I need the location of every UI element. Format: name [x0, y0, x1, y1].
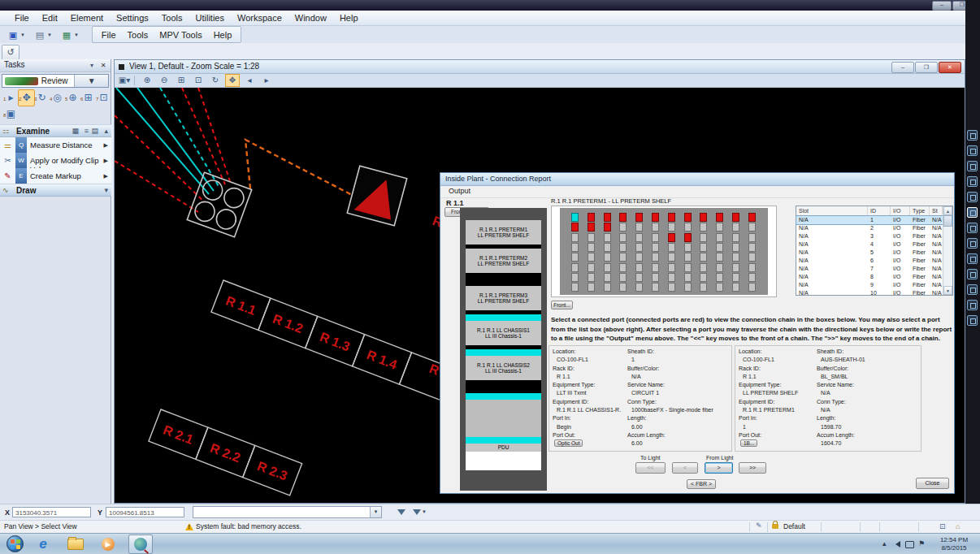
docked-tool-icon-7[interactable]	[967, 223, 978, 233]
empty-port[interactable]	[716, 233, 723, 242]
table-row[interactable]: N/A5I/OFiberN/A	[796, 249, 952, 257]
connected-port[interactable]	[668, 233, 675, 242]
chain-prev-button[interactable]: <	[672, 462, 698, 474]
table-row[interactable]: N/A2I/OFiberN/A	[796, 224, 952, 232]
empty-port[interactable]	[652, 253, 659, 262]
x-coordinate-field[interactable]: 3153040.3571	[12, 507, 91, 517]
empty-port[interactable]	[571, 233, 579, 242]
close-icon[interactable]: ✕	[99, 61, 107, 70]
empty-port[interactable]	[635, 263, 643, 272]
empty-port[interactable]	[732, 273, 739, 282]
empty-port[interactable]	[732, 263, 739, 272]
empty-port[interactable]	[684, 263, 692, 272]
docked-tool-icon-1[interactable]	[967, 130, 978, 141]
empty-port[interactable]	[748, 273, 756, 282]
empty-port[interactable]	[700, 283, 707, 292]
empty-port[interactable]	[716, 263, 723, 272]
connected-port[interactable]	[588, 223, 595, 232]
active-workmode-text[interactable]: Default	[783, 522, 805, 530]
key-in-field[interactable]: ▼	[193, 506, 382, 518]
empty-port[interactable]	[716, 243, 723, 252]
connected-port[interactable]	[588, 213, 595, 222]
task-item-create-markup[interactable]: ✎ECreate Markup▶	[0, 168, 111, 184]
empty-port[interactable]	[588, 263, 595, 272]
menu-window[interactable]: Window	[288, 12, 333, 24]
rotate-view-icon[interactable]: ↻3	[33, 89, 50, 106]
traced-route-line[interactable]	[245, 140, 355, 197]
view-close-button[interactable]: ✕	[939, 62, 961, 73]
rack-label[interactable]: R 2.1	[161, 422, 195, 447]
connected-port[interactable]	[684, 213, 692, 222]
action-center-flag-icon[interactable]: ⚑	[918, 539, 925, 548]
connected-port[interactable]	[604, 213, 611, 222]
table-row[interactable]: N/A7I/OFiberN/A	[796, 265, 952, 273]
view-attributes-icon[interactable]: ▣8	[2, 106, 20, 123]
column-header-type[interactable]: Type	[910, 206, 930, 215]
empty-port[interactable]	[700, 223, 707, 232]
pin-icon[interactable]: ▾	[90, 62, 96, 69]
empty-port[interactable]	[668, 273, 675, 282]
connected-port[interactable]	[732, 213, 739, 222]
docked-tool-icon-13[interactable]	[967, 315, 978, 326]
shelf-item[interactable]: R.1 R.1 LL CHASSIS1LL III Chassis-1	[466, 321, 541, 345]
menu2-file[interactable]: File	[96, 29, 122, 41]
window-area-icon[interactable]: ⊡7	[95, 89, 112, 106]
fiber-cable-line[interactable]	[116, 88, 209, 194]
view-menu-icon[interactable]	[119, 64, 124, 70]
conduit-cross-section[interactable]	[187, 172, 251, 236]
table-row[interactable]: N/A1I/OFiberN/A	[796, 216, 952, 224]
empty-port[interactable]	[732, 283, 739, 292]
docked-tool-icon-6[interactable]	[967, 207, 978, 218]
menu-settings[interactable]: Settings	[110, 12, 155, 24]
collapse-icon[interactable]: ▴	[104, 127, 108, 135]
rack-label[interactable]: R 2.3	[255, 459, 289, 483]
port-out-button[interactable]: Optic Out	[554, 439, 583, 447]
zoom-out-icon[interactable]: ⊖	[157, 74, 171, 87]
empty-port[interactable]	[700, 233, 707, 242]
pattern-tool-icon[interactable]	[397, 509, 405, 515]
fit-view-icon[interactable]: ⊡	[191, 74, 206, 87]
connected-port[interactable]	[684, 233, 692, 242]
empty-port[interactable]	[748, 283, 756, 292]
lock-icon[interactable]	[772, 524, 778, 529]
chevron-down-icon[interactable]: ▼	[74, 75, 108, 87]
rack-label[interactable]: R 2.2	[208, 441, 242, 465]
empty-port[interactable]	[716, 253, 723, 262]
empty-port[interactable]	[748, 223, 756, 232]
shelf-item[interactable]: R.1 R.1 PRETERM1LL PRETERM SHELF	[466, 220, 541, 245]
docked-tool-icon-12[interactable]	[967, 300, 978, 310]
window-area-icon[interactable]: ⊞	[174, 74, 189, 87]
docked-tool-icon-10[interactable]	[967, 269, 978, 279]
column-header-id[interactable]: ID	[868, 206, 891, 215]
table-row[interactable]: N/A6I/OFiberN/A	[796, 257, 952, 265]
shelf-item[interactable]: R.1 R.1 LL CHASSIS2LL III Chassis-1	[466, 356, 541, 380]
empty-port[interactable]	[635, 253, 643, 262]
task-item-measure-distance[interactable]: ⚌QMeasure Distance▶	[0, 137, 111, 154]
scrollbar-thumb[interactable]	[943, 215, 952, 227]
pan-view-icon[interactable]: ✥	[225, 74, 240, 87]
draw-section-header[interactable]: ∿ Draw ▾	[0, 184, 111, 197]
empty-port[interactable]	[652, 233, 659, 242]
references-dropdown[interactable]: ▦▼	[59, 28, 80, 42]
undo-tool-icon[interactable]: ↺	[2, 45, 20, 61]
chain-first-button[interactable]: <<	[635, 462, 666, 474]
rack-row-2[interactable]: R 2.1 R 2.2 R 2.3	[149, 409, 302, 496]
fiber-cable-line[interactable]	[137, 88, 214, 191]
empty-port[interactable]	[732, 223, 739, 232]
taskbar-media-player-button[interactable]: ▶	[96, 535, 120, 554]
tray-expand-icon[interactable]: ▴	[882, 539, 887, 548]
empty-port[interactable]	[652, 283, 659, 292]
task-item-apply-or-modify-clip-volume[interactable]: ✂WApply or Modify Clip Volume▶	[0, 153, 111, 169]
zoom-in-icon[interactable]: ⊕	[140, 74, 154, 87]
table-row[interactable]: N/A10I/OFiberN/A	[796, 289, 952, 297]
fit-view-icon[interactable]: ⊞6	[80, 89, 97, 106]
empty-port[interactable]	[571, 273, 579, 282]
network-icon[interactable]	[905, 541, 914, 548]
empty-port[interactable]	[619, 223, 627, 232]
layout-panel-icon[interactable]: ▤	[91, 127, 98, 135]
menu2-help[interactable]: Help	[208, 29, 238, 41]
port-out-button[interactable]: 1B...	[740, 439, 757, 447]
select-arrow-icon[interactable]: ▸1	[2, 89, 20, 106]
empty-port[interactable]	[571, 243, 579, 252]
empty-port[interactable]	[668, 223, 675, 232]
